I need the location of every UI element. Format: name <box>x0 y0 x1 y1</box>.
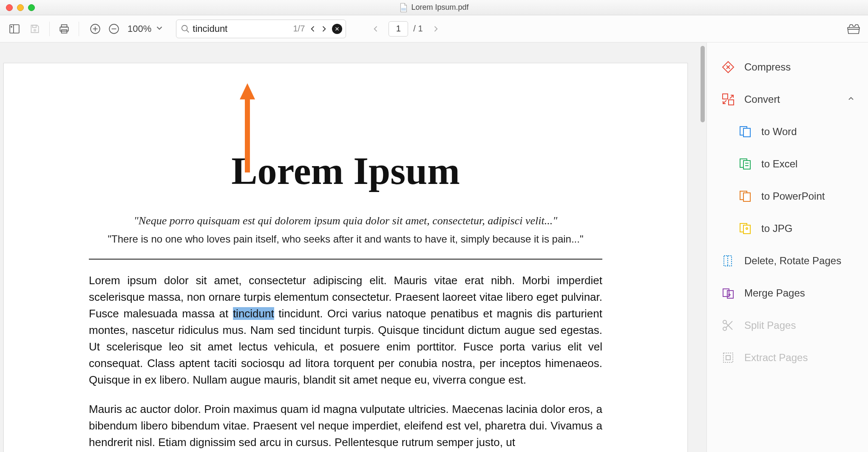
convert-icon <box>721 93 735 106</box>
svg-point-13 <box>182 25 187 31</box>
delete-rotate-label: Delete, Rotate Pages <box>744 255 841 267</box>
svg-point-40 <box>723 327 726 331</box>
svg-rect-0 <box>10 25 19 33</box>
to-word-label: to Word <box>761 126 797 138</box>
powerpoint-icon <box>738 189 752 203</box>
split-label: Split Pages <box>744 319 796 331</box>
compress-icon <box>721 60 735 74</box>
pages-icon <box>721 254 735 268</box>
toolbox-button[interactable] <box>846 21 861 37</box>
document-body: Lorem ipsum dolor sit amet, consectetur … <box>89 272 602 451</box>
merge-tool[interactable]: Merge Pages <box>707 277 868 309</box>
chevron-up-icon <box>847 93 855 105</box>
search-icon <box>181 24 190 34</box>
zoom-out-button[interactable] <box>106 21 122 37</box>
document-title: Lorem Ipsum <box>89 148 602 193</box>
svg-rect-29 <box>743 193 750 201</box>
zoom-window-button[interactable] <box>28 4 35 11</box>
page-total-label: / 1 <box>413 24 423 34</box>
svg-rect-21 <box>729 100 734 105</box>
document-subtitle-plain: "There is no one who loves pain itself, … <box>89 233 602 245</box>
document-divider <box>89 259 602 260</box>
zoom-in-button[interactable] <box>88 21 103 37</box>
split-icon <box>721 319 735 332</box>
svg-rect-23 <box>743 128 750 137</box>
svg-rect-44 <box>726 356 730 360</box>
print-button[interactable] <box>57 21 72 37</box>
vertical-scrollbar[interactable] <box>701 46 705 447</box>
merge-icon <box>721 286 735 300</box>
document-file-icon <box>399 3 408 12</box>
svg-rect-35 <box>723 289 729 297</box>
page-number-input[interactable] <box>389 21 408 37</box>
convert-to-powerpoint[interactable]: to PowerPoint <box>707 180 868 212</box>
svg-rect-25 <box>743 161 750 169</box>
document-viewport[interactable]: Lorem Ipsum "Neque porro quisquam est qu… <box>0 42 706 452</box>
window-titlebar: Lorem Ipsum.pdf <box>0 0 868 15</box>
svg-line-14 <box>187 30 189 32</box>
convert-to-word[interactable]: to Word <box>707 116 868 148</box>
search-result-count: 1/7 <box>293 24 305 34</box>
merge-label: Merge Pages <box>744 287 805 299</box>
compress-label: Compress <box>744 61 791 73</box>
close-window-button[interactable] <box>6 4 13 11</box>
convert-to-jpg[interactable]: to JPG <box>707 212 868 245</box>
extract-tool: Extract Pages <box>707 342 868 374</box>
page-prev-button[interactable] <box>368 21 383 37</box>
sidebar-toggle-button[interactable] <box>7 21 22 37</box>
svg-point-39 <box>723 320 726 324</box>
extract-icon <box>721 351 735 364</box>
excel-icon <box>738 157 752 171</box>
page-next-button[interactable] <box>428 21 443 37</box>
zoom-dropdown-icon[interactable] <box>155 23 164 34</box>
svg-rect-20 <box>723 94 728 99</box>
svg-rect-43 <box>723 353 733 362</box>
minimize-window-button[interactable] <box>17 4 24 11</box>
search-next-button[interactable] <box>318 23 329 34</box>
main-toolbar: 100% 1/7 / 1 <box>0 15 868 42</box>
word-icon <box>738 125 752 138</box>
page-navigator: / 1 <box>368 21 443 37</box>
compress-tool[interactable]: Compress <box>707 51 868 83</box>
extract-label: Extract Pages <box>744 352 808 364</box>
svg-rect-2 <box>11 26 12 27</box>
search-input[interactable] <box>190 23 290 34</box>
svg-rect-3 <box>33 25 37 27</box>
search-highlight: tincidunt <box>233 307 274 320</box>
convert-to-excel[interactable]: to Excel <box>707 148 868 180</box>
document-subtitle-italic: "Neque porro quisquam est qui dolorem ip… <box>89 215 602 227</box>
search-clear-button[interactable] <box>332 24 342 34</box>
jpg-icon <box>738 222 752 235</box>
delete-rotate-tool[interactable]: Delete, Rotate Pages <box>707 245 868 277</box>
tools-sidebar: Compress Convert to Word to Excel to Pow… <box>706 42 868 452</box>
window-title: Lorem Ipsum.pdf <box>411 3 468 12</box>
search-box[interactable]: 1/7 <box>176 20 346 38</box>
to-powerpoint-label: to PowerPoint <box>761 190 825 202</box>
split-tool: Split Pages <box>707 309 868 342</box>
document-page: Lorem Ipsum "Neque porro quisquam est qu… <box>3 63 688 452</box>
convert-label: Convert <box>744 93 780 105</box>
save-button[interactable] <box>27 21 43 37</box>
to-excel-label: to Excel <box>761 158 797 170</box>
to-jpg-label: to JPG <box>761 223 792 234</box>
search-prev-button[interactable] <box>307 23 318 34</box>
zoom-level[interactable]: 100% <box>128 23 151 34</box>
svg-point-4 <box>34 29 37 32</box>
convert-tool[interactable]: Convert <box>707 83 868 116</box>
